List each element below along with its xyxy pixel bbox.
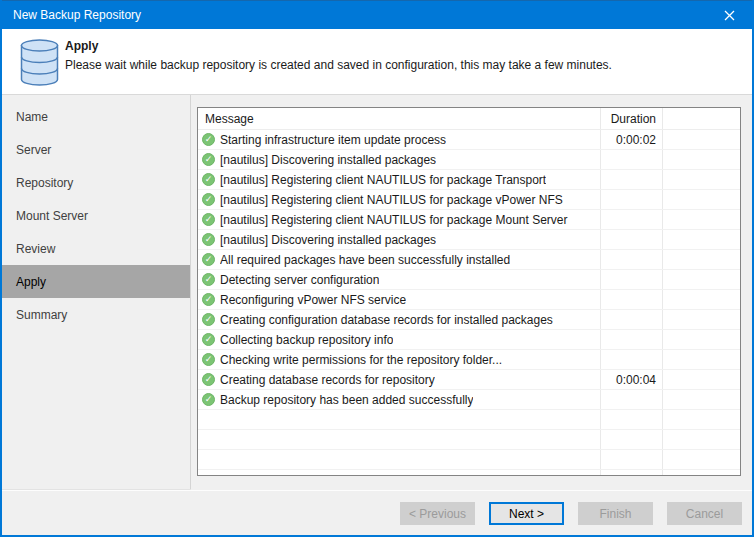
row-empty-cell	[662, 410, 740, 429]
table-row[interactable]: ✓ Starting infrastructure item update pr…	[198, 130, 740, 150]
table-row[interactable]: ✓ [nautilus] Discovering installed packa…	[198, 150, 740, 170]
table-row[interactable]: ✓ All required packages have been succes…	[198, 250, 740, 270]
row-duration	[600, 190, 662, 209]
row-message: [nautilus] Registering client NAUTILUS f…	[220, 213, 568, 227]
row-duration	[600, 430, 662, 449]
row-message: Creating configuration database records …	[220, 313, 553, 327]
dialog-window: New Backup Repository Apply Please wait …	[0, 0, 754, 537]
sidebar-item-label: Name	[16, 110, 48, 124]
database-icon	[19, 38, 60, 87]
row-duration: 0:00:04	[600, 370, 662, 389]
success-check-icon: ✓	[202, 313, 215, 326]
previous-button: < Previous	[400, 502, 475, 525]
table-header-row: Message Duration	[198, 108, 740, 130]
column-header-empty[interactable]	[662, 108, 740, 129]
column-header-duration[interactable]: Duration	[600, 108, 662, 129]
finish-button: Finish	[578, 502, 653, 525]
main-area: Name Server Repository Mount Server Revi…	[2, 95, 752, 490]
table-row: ✓	[198, 430, 740, 450]
row-message: [nautilus] Discovering installed package…	[220, 233, 436, 247]
sidebar-item-name: Name	[2, 100, 190, 133]
success-check-icon: ✓	[202, 213, 215, 226]
table-row[interactable]: ✓ Creating configuration database record…	[198, 310, 740, 330]
success-check-icon: ✓	[202, 293, 215, 306]
row-message: All required packages have been successf…	[220, 253, 510, 267]
row-empty-cell	[662, 170, 740, 189]
step-title: Apply	[65, 39, 752, 54]
button-bar: < Previous Next > Finish Cancel	[2, 490, 752, 535]
table-row[interactable]: ✓ Collecting backup repository info	[198, 330, 740, 350]
row-duration: 0:00:02	[600, 130, 662, 149]
row-message: Checking write permissions for the repos…	[220, 353, 502, 367]
content-area: Message Duration ✓ Starting infrastructu…	[191, 95, 752, 490]
table-row[interactable]: ✓ Detecting server configuration	[198, 270, 740, 290]
sidebar-item-mount-server: Mount Server	[2, 199, 190, 232]
table-row[interactable]: ✓ Reconfiguring vPower NFS service	[198, 290, 740, 310]
row-duration	[600, 210, 662, 229]
row-empty-cell	[662, 470, 740, 475]
table-row[interactable]: ✓ [nautilus] Registering client NAUTILUS…	[198, 210, 740, 230]
log-rows: ✓ Starting infrastructure item update pr…	[198, 130, 740, 475]
row-message: Collecting backup repository info	[220, 333, 393, 347]
sidebar-item-label: Apply	[16, 275, 46, 289]
sidebar-item-server: Server	[2, 133, 190, 166]
row-duration	[600, 310, 662, 329]
window-title: New Backup Repository	[2, 8, 141, 22]
success-check-icon: ✓	[202, 193, 215, 206]
success-check-icon: ✓	[202, 353, 215, 366]
table-row[interactable]: ✓ Backup repository has been added succe…	[198, 390, 740, 410]
success-check-icon: ✓	[202, 233, 215, 246]
row-duration	[600, 350, 662, 369]
table-row[interactable]: ✓ Checking write permissions for the rep…	[198, 350, 740, 370]
row-empty-cell	[662, 330, 740, 349]
row-empty-cell	[662, 430, 740, 449]
row-duration	[600, 450, 662, 469]
row-duration	[600, 230, 662, 249]
row-empty-cell	[662, 130, 740, 149]
title-bar[interactable]: New Backup Repository	[2, 0, 752, 29]
table-row[interactable]: ✓ [nautilus] Registering client NAUTILUS…	[198, 170, 740, 190]
row-empty-cell	[662, 390, 740, 409]
sidebar-item-label: Mount Server	[16, 209, 88, 223]
success-check-icon: ✓	[202, 153, 215, 166]
close-icon	[724, 10, 735, 21]
sidebar-item-repository: Repository	[2, 166, 190, 199]
sidebar-item-summary: Summary	[2, 298, 190, 331]
row-duration	[600, 150, 662, 169]
success-check-icon: ✓	[202, 393, 215, 406]
table-row[interactable]: ✓ [nautilus] Discovering installed packa…	[198, 230, 740, 250]
success-check-icon: ✓	[202, 373, 215, 386]
sidebar-item-label: Repository	[16, 176, 73, 190]
row-message: [nautilus] Registering client NAUTILUS f…	[220, 193, 563, 207]
success-check-icon: ✓	[202, 133, 215, 146]
row-duration	[600, 250, 662, 269]
row-duration	[600, 170, 662, 189]
wizard-header: Apply Please wait while backup repositor…	[2, 29, 752, 95]
row-duration	[600, 410, 662, 429]
table-row: ✓	[198, 450, 740, 470]
step-description: Please wait while backup repository is c…	[65, 58, 752, 72]
sidebar-item-label: Server	[16, 143, 51, 157]
row-duration	[600, 390, 662, 409]
cancel-button: Cancel	[667, 502, 742, 525]
row-duration	[600, 290, 662, 309]
column-header-message[interactable]: Message	[198, 108, 600, 129]
row-empty-cell	[662, 290, 740, 309]
header-text: Apply Please wait while backup repositor…	[65, 29, 752, 72]
sidebar-item-review: Review	[2, 232, 190, 265]
dialog-frame: New Backup Repository Apply Please wait …	[2, 0, 752, 535]
table-row[interactable]: ✓ [nautilus] Registering client NAUTILUS…	[198, 190, 740, 210]
wizard-steps: Name Server Repository Mount Server Revi…	[2, 95, 191, 490]
row-message: Detecting server configuration	[220, 273, 379, 287]
table-row: ✓	[198, 470, 740, 475]
table-row[interactable]: ✓ Creating database records for reposito…	[198, 370, 740, 390]
row-empty-cell	[662, 310, 740, 329]
row-empty-cell	[662, 350, 740, 369]
close-button[interactable]	[707, 1, 752, 29]
row-message: Reconfiguring vPower NFS service	[220, 293, 406, 307]
row-message: Creating database records for repository	[220, 373, 435, 387]
next-button[interactable]: Next >	[489, 502, 564, 525]
success-check-icon: ✓	[202, 173, 215, 186]
log-table: Message Duration ✓ Starting infrastructu…	[197, 107, 741, 476]
row-empty-cell	[662, 250, 740, 269]
